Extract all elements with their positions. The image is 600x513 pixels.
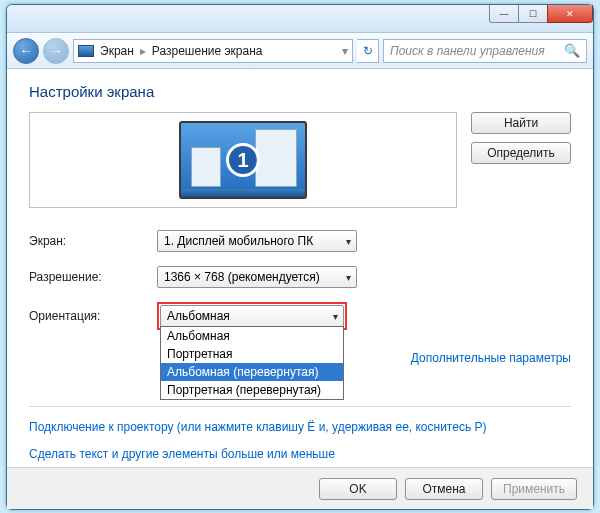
resolution-label: Разрешение: [29, 270, 157, 284]
resolution-combo[interactable]: 1366 × 768 (рекомендуется) [157, 266, 357, 288]
identify-button[interactable]: Определить [471, 142, 571, 164]
page-title: Настройки экрана [29, 83, 571, 100]
apply-button[interactable]: Применить [491, 478, 577, 500]
separator [29, 406, 571, 407]
resolution-row: Разрешение: 1366 × 768 (рекомендуется) [29, 266, 571, 288]
footer: OK Отмена Применить [7, 467, 593, 509]
orientation-option[interactable]: Альбомная [161, 327, 343, 345]
content: Настройки экрана 1 Найти Определить Экра… [7, 69, 593, 498]
minimize-button[interactable]: — [489, 5, 519, 23]
breadcrumb-item[interactable]: Экран [100, 44, 134, 58]
chevron-down-icon[interactable]: ▾ [342, 44, 348, 58]
address-bar[interactable]: Экран ▸ Разрешение экрана ▾ [73, 39, 353, 63]
orientation-highlight: Альбомная Альбомная Портретная Альбомная… [157, 302, 347, 330]
monitor-thumbnail[interactable]: 1 [179, 121, 307, 199]
orientation-option[interactable]: Портретная (перевернутая) [161, 381, 343, 399]
orientation-option[interactable]: Альбомная (перевернутая) [161, 363, 343, 381]
taskbar-icon [181, 189, 305, 197]
search-placeholder: Поиск в панели управления [390, 44, 545, 58]
screen-combo[interactable]: 1. Дисплей мобильного ПК [157, 230, 357, 252]
back-button[interactable]: ← [13, 38, 39, 64]
orientation-value: Альбомная [167, 309, 230, 323]
monitor-number: 1 [226, 143, 260, 177]
orientation-combo[interactable]: Альбомная [160, 305, 344, 327]
cancel-button[interactable]: Отмена [405, 478, 483, 500]
titlebar: — ☐ ✕ [7, 5, 593, 33]
refresh-button[interactable]: ↻ [357, 39, 379, 63]
orientation-row: Ориентация: Альбомная Альбомная Портретн… [29, 302, 571, 330]
window-icon [255, 129, 297, 187]
window-icon [191, 147, 221, 187]
close-button[interactable]: ✕ [547, 5, 593, 23]
display-preview[interactable]: 1 [29, 112, 457, 208]
search-icon: 🔍 [564, 43, 580, 58]
search-input[interactable]: Поиск в панели управления 🔍 [383, 39, 587, 63]
preview-row: 1 Найти Определить [29, 112, 571, 208]
window: — ☐ ✕ ← → Экран ▸ Разрешение экрана ▾ ↻ … [6, 4, 594, 510]
forward-button[interactable]: → [43, 38, 69, 64]
monitor-icon [78, 45, 94, 57]
breadcrumb-item[interactable]: Разрешение экрана [152, 44, 263, 58]
projector-link[interactable]: Подключение к проектору (или нажмите кла… [29, 420, 486, 434]
screen-value: 1. Дисплей мобильного ПК [164, 234, 313, 248]
advanced-link[interactable]: Дополнительные параметры [411, 351, 571, 365]
textsize-link[interactable]: Сделать текст и другие элементы больше и… [29, 447, 335, 461]
maximize-button[interactable]: ☐ [518, 5, 548, 23]
side-buttons: Найти Определить [471, 112, 571, 208]
screen-label: Экран: [29, 234, 157, 248]
find-button[interactable]: Найти [471, 112, 571, 134]
resolution-value: 1366 × 768 (рекомендуется) [164, 270, 320, 284]
ok-button[interactable]: OK [319, 478, 397, 500]
chevron-right-icon: ▸ [140, 44, 146, 58]
orientation-label: Ориентация: [29, 309, 157, 323]
screen-row: Экран: 1. Дисплей мобильного ПК [29, 230, 571, 252]
orientation-dropdown: Альбомная Портретная Альбомная (переверн… [160, 326, 344, 400]
orientation-option[interactable]: Портретная [161, 345, 343, 363]
navbar: ← → Экран ▸ Разрешение экрана ▾ ↻ Поиск … [7, 33, 593, 69]
